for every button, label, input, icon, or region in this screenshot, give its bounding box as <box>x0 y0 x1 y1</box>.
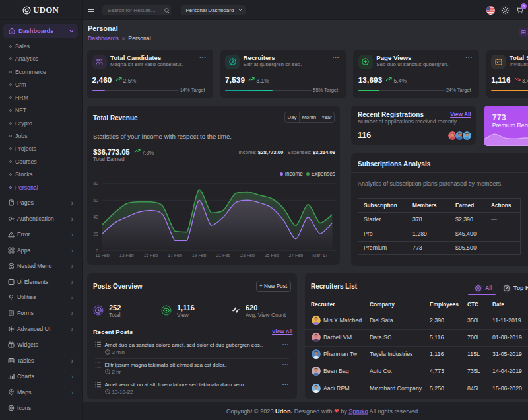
svg-text:Mar '17: Mar '17 <box>312 253 327 258</box>
svg-text:80: 80 <box>93 181 98 186</box>
svg-text:15 Feb: 15 Feb <box>143 253 158 258</box>
svg-text:40: 40 <box>93 215 98 219</box>
svg-text:60: 60 <box>93 198 98 203</box>
svg-text:23 Feb: 23 Feb <box>240 253 255 258</box>
svg-text:13 Feb: 13 Feb <box>119 253 134 258</box>
svg-text:25 Feb: 25 Feb <box>265 253 279 258</box>
svg-text:17 Feb: 17 Feb <box>168 253 182 258</box>
svg-text:27 Feb: 27 Feb <box>288 253 303 258</box>
svg-text:11 Feb: 11 Feb <box>95 253 109 258</box>
svg-text:0: 0 <box>96 248 98 253</box>
svg-text:19 Feb: 19 Feb <box>192 253 207 258</box>
svg-text:21 Feb: 21 Feb <box>216 253 230 258</box>
svg-text:20: 20 <box>93 232 98 236</box>
